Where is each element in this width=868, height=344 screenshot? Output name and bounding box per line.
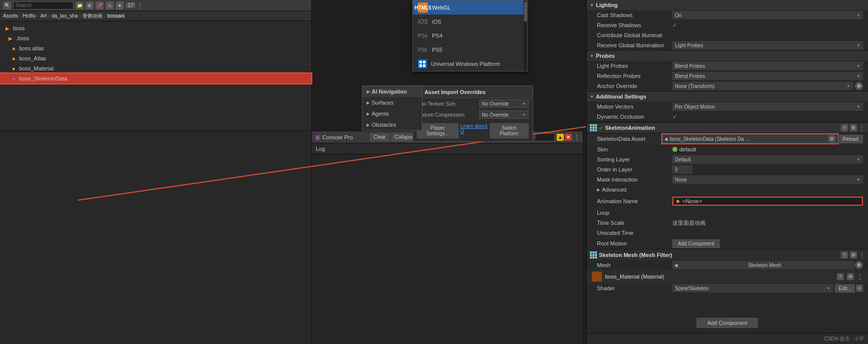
more-options-btn[interactable]: ⋮ (137, 2, 143, 9)
animation-name-value: <None> (682, 198, 702, 204)
edit-shader-button[interactable]: Edit... (835, 284, 855, 293)
platform-item-uwp[interactable]: Universal Windows Platform (413, 57, 528, 71)
skeleton-asset-value[interactable]: ■ boss_SkeletonData (Skeleton Da … ⚙ (662, 134, 838, 143)
pin-icon[interactable]: 📌 (96, 2, 104, 10)
reload-button[interactable]: Reload (838, 135, 863, 143)
dynamic-occlusion-check[interactable]: ✓ (672, 113, 677, 120)
add-component-inline-button[interactable]: Add Component (672, 239, 720, 248)
platform-item-ps5[interactable]: PS5 PS5 (413, 43, 528, 57)
skin-row: Skin default (587, 144, 868, 154)
additional-settings-section: ▼ Additional Settings Motion Vectors Per… (587, 92, 868, 122)
project-search-input[interactable] (13, 2, 73, 10)
texture-comp-dropdown[interactable]: No Override ▼ (479, 111, 529, 119)
list-item[interactable]: ■ boss.atlas (0, 43, 311, 53)
platform-label: PS4 (432, 33, 443, 39)
ai-nav-title: ▶ AI Navigation (363, 86, 422, 97)
sorting-layer-dropdown[interactable]: Default ▼ (672, 155, 863, 163)
motion-vectors-dropdown[interactable]: Per Object Motion ▼ (672, 103, 863, 111)
mesh-settings-circle-icon[interactable]: ⚙ (855, 261, 863, 269)
cast-shadows-value: On (675, 13, 681, 18)
component-enabled-check[interactable]: ✓ (599, 125, 603, 131)
list-item[interactable]: ■ boss_Atlas (0, 53, 311, 63)
agents-item[interactable]: ▶ Agents (363, 108, 422, 119)
filter-icon[interactable]: ⊞ (85, 2, 94, 10)
list-item[interactable]: ▶ boss (0, 23, 311, 33)
shader-list-icon[interactable]: ≡ (856, 285, 863, 292)
search-icon[interactable]: 🔍 (3, 2, 11, 10)
platform-label: iOS (432, 19, 441, 25)
obstacles-label: Obstacles (372, 122, 396, 128)
cast-shadows-row: Cast Shadows On ▼ (587, 10, 868, 20)
mesh-component-icons: ? ⚙ ⋮ (841, 251, 865, 259)
max-texture-value: No Override (482, 101, 509, 107)
dropdown-scrollbar[interactable] (524, 1, 528, 71)
receive-shadows-check[interactable]: ✓ (672, 22, 677, 29)
player-settings-button[interactable]: Player Settings... (417, 123, 459, 138)
uwp-icon (418, 59, 427, 68)
max-texture-row: Max Texture Size No Override ▼ (413, 98, 533, 109)
skeleton-asset-settings-icon[interactable]: ⚙ (828, 135, 835, 142)
additional-settings-header[interactable]: ▼ Additional Settings (587, 92, 868, 102)
list-item[interactable]: ▶ .boss (0, 33, 311, 43)
component-grid-icon (590, 124, 597, 131)
dropdown-arrow-icon: ▼ (856, 178, 860, 182)
ps4-icon: PS4 (418, 33, 428, 39)
platform-item-ios[interactable]: iOS iOS (413, 15, 528, 29)
help-icon[interactable]: ? (841, 124, 848, 131)
reflection-probes-dropdown[interactable]: Blend Probes ▼ (672, 72, 863, 80)
mesh-dropdown[interactable]: ■ Skeleton Mesh (672, 261, 854, 269)
lighting-section: ▼ Lighting Cast Shadows On ▼ Receive Sha… (587, 0, 868, 51)
order-in-layer-row: Order in Layer (587, 164, 868, 175)
skeleton-mesh-header: Skeleton Mesh (Mesh Filter) ? ⚙ ⋮ (587, 249, 868, 260)
probes-header[interactable]: ▼ Probes (587, 51, 868, 61)
anchor-settings-icon[interactable]: ⚙ (855, 82, 863, 90)
lighting-header[interactable]: ▼ Lighting (587, 0, 868, 10)
platform-label: Universal Windows Platform (431, 61, 500, 67)
order-in-layer-input[interactable] (672, 165, 692, 174)
breadcrumb: Cast Shadows Assets › Hotfix › Art › da_… (0, 11, 311, 21)
mesh-help-icon[interactable]: ? (841, 251, 848, 259)
add-component-button[interactable]: Add Component (697, 318, 758, 328)
list-item[interactable]: ● boss_Material (0, 63, 311, 73)
project-toolbar: 🔍 📁 ⊞ 📌 ⚠ ★ 17 ⋮ (0, 0, 311, 11)
platform-label: PS5 (432, 47, 443, 53)
motion-vectors-row: Motion Vectors Per Object Motion ▼ (587, 102, 868, 112)
platform-item-ps4[interactable]: PS4 PS4 (413, 29, 528, 43)
material-help-icon[interactable]: ? (837, 273, 844, 280)
anchor-override-dropdown[interactable]: None (Transform) ▼ (672, 82, 853, 90)
list-item-boss-skeleton[interactable]: ■ boss_SkeletonData (0, 73, 311, 83)
clear-button[interactable]: Clear (370, 133, 389, 141)
switch-platform-button[interactable]: Switch Platform (490, 123, 529, 138)
obstacles-item[interactable]: ▶ Obstacles (363, 119, 422, 130)
warning-icon[interactable]: ⚠ (106, 2, 114, 10)
shader-dropdown[interactable]: Spine/Skeleton ▼ (672, 284, 833, 292)
material-more-options[interactable]: ⋮ (857, 273, 863, 280)
light-probes-value: Blend Probes (675, 63, 705, 69)
star-icon[interactable]: ★ (116, 2, 124, 10)
section-expand-icon: ▼ (590, 95, 594, 99)
platform-item-webgl[interactable]: HTML5 WebGL (413, 1, 528, 15)
dropdown-arrow-icon: ▼ (522, 113, 526, 117)
dynamic-occlusion-label: Dynamic Occlusion (597, 114, 672, 120)
folder-icon[interactable]: 📁 (75, 2, 83, 10)
surfaces-item[interactable]: ▶ Surfaces (363, 97, 422, 108)
mask-interaction-dropdown[interactable]: None ▼ (672, 176, 863, 184)
advanced-expand-icon[interactable]: ▶ (597, 188, 600, 192)
mask-interaction-row: Mask Interaction None ▼ (587, 175, 868, 185)
cast-shadows-dropdown[interactable]: On ▼ (672, 11, 863, 19)
probes-section: ▼ Probes Light Probes Blend Probes ▼ Ref… (587, 51, 868, 92)
file-icon: ● (10, 65, 17, 72)
learn-about-link[interactable]: Learn about U (461, 123, 488, 138)
material-settings-icon[interactable]: ⚙ (847, 273, 854, 280)
console-more-options[interactable]: ⋮ (574, 134, 580, 141)
receive-gi-dropdown[interactable]: Light Probes ▼ (672, 41, 863, 49)
ai-nav-popup: ▶ AI Navigation ▶ Surfaces ▶ Agents ▶ Ob… (362, 85, 422, 131)
animation-name-field[interactable]: ★ <None> (672, 197, 863, 206)
component-more-options[interactable]: ⋮ (859, 124, 865, 131)
light-probes-dropdown[interactable]: Blend Probes ▼ (672, 62, 863, 70)
expand-icon: ▶ (367, 123, 370, 127)
mesh-more-options[interactable]: ⋮ (859, 251, 865, 259)
settings-icon[interactable]: ⚙ (850, 124, 857, 131)
mesh-settings-icon[interactable]: ⚙ (850, 251, 857, 259)
max-texture-dropdown[interactable]: No Override ▼ (479, 100, 529, 108)
